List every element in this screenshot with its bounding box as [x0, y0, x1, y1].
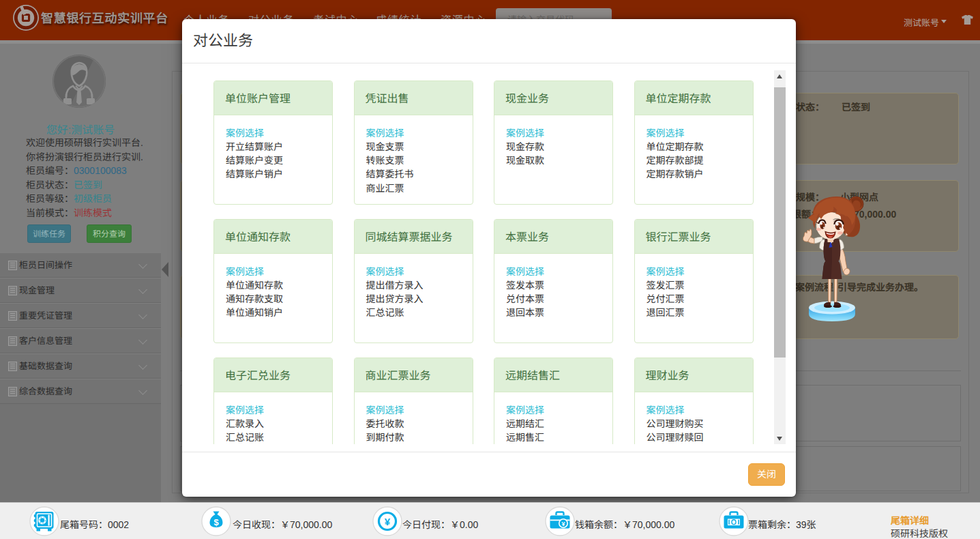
svg-text:$: $: [213, 517, 219, 527]
svg-text:¥: ¥: [384, 516, 390, 527]
svg-text:¥: ¥: [561, 521, 565, 527]
